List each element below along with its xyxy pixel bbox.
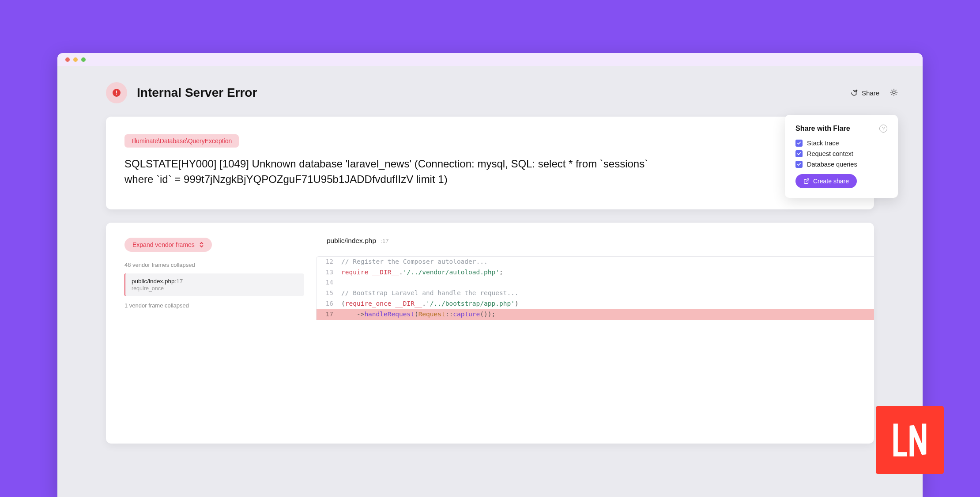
exception-class[interactable]: Illuminate\Database\QueryException bbox=[124, 134, 239, 148]
line-number: 15 bbox=[317, 288, 341, 299]
title-bar bbox=[57, 53, 923, 66]
theme-toggle-button[interactable] bbox=[888, 87, 900, 99]
page-title: Internal Server Error bbox=[137, 86, 257, 100]
window-close-button[interactable] bbox=[65, 57, 70, 62]
line-content bbox=[341, 277, 874, 288]
ln-logo-icon bbox=[890, 420, 930, 460]
svg-point-0 bbox=[893, 91, 895, 94]
line-number: 14 bbox=[317, 277, 341, 288]
line-content: (require_once __DIR__.'/../bootstrap/app… bbox=[341, 299, 874, 309]
code-file-label: public/index.php :17 bbox=[316, 237, 874, 245]
sun-icon bbox=[890, 88, 898, 96]
svg-line-9 bbox=[806, 178, 809, 181]
create-share-label: Create share bbox=[813, 178, 849, 185]
line-content: // Register the Composer autoloader... bbox=[341, 257, 874, 267]
line-content: ->handleRequest(Request::capture()); bbox=[341, 309, 874, 320]
window-maximize-button[interactable] bbox=[81, 57, 86, 62]
line-number: 16 bbox=[317, 299, 341, 309]
code-line: 13require __DIR__.'/../vendor/autoload.p… bbox=[317, 267, 874, 278]
external-link-icon bbox=[803, 178, 810, 184]
error-badge: ! bbox=[106, 82, 127, 103]
expand-vendor-frames-button[interactable]: Expand vendor frames bbox=[124, 238, 212, 252]
checkbox-checked-icon bbox=[795, 161, 803, 168]
stack-trace-card: Expand vendor frames 48 vendor frames co… bbox=[106, 223, 874, 444]
share-option-request-context[interactable]: Request context bbox=[795, 150, 887, 157]
code-line: 12// Register the Composer autoloader... bbox=[317, 257, 874, 267]
line-number: 17 bbox=[317, 309, 341, 320]
share-button[interactable]: Share bbox=[850, 89, 879, 97]
svg-line-8 bbox=[896, 90, 896, 90]
checkbox-checked-icon bbox=[795, 150, 803, 157]
line-content: // Bootstrap Laravel and handle the requ… bbox=[341, 288, 874, 299]
svg-line-4 bbox=[896, 94, 896, 95]
line-number: 13 bbox=[317, 267, 341, 278]
share-option-database-queries[interactable]: Database queries bbox=[795, 161, 887, 168]
page-header: ! Internal Server Error Share Share with… bbox=[57, 66, 923, 117]
share-icon bbox=[850, 89, 858, 97]
frames-panel: Expand vendor frames 48 vendor frames co… bbox=[106, 223, 316, 444]
share-label: Share bbox=[862, 89, 879, 97]
error-message: SQLSTATE[HY000] [1049] Unknown database … bbox=[124, 156, 654, 187]
share-option-label: Request context bbox=[807, 150, 853, 157]
share-option-stack-trace[interactable]: Stack trace bbox=[795, 140, 887, 147]
frames-collapsed-above: 48 vendor frames collapsed bbox=[124, 262, 304, 268]
line-number: 12 bbox=[317, 257, 341, 267]
brand-logo bbox=[876, 406, 944, 474]
code-line: 15// Bootstrap Laravel and handle the re… bbox=[317, 288, 874, 299]
code-line: 14 bbox=[317, 277, 874, 288]
share-popup-title: Share with Flare bbox=[795, 125, 850, 133]
expand-collapse-icon bbox=[199, 242, 204, 248]
code-block: 12// Register the Composer autoloader...… bbox=[316, 256, 874, 320]
help-icon[interactable]: ? bbox=[879, 125, 887, 133]
code-line-highlighted: 17 ->handleRequest(Request::capture()); bbox=[317, 309, 874, 320]
frame-function: require_once bbox=[132, 285, 298, 292]
frame-file: public/index.php:17 bbox=[132, 278, 298, 285]
share-option-label: Stack trace bbox=[807, 140, 839, 147]
create-share-button[interactable]: Create share bbox=[795, 174, 857, 188]
browser-window: ! Internal Server Error Share Share with… bbox=[57, 53, 923, 497]
code-line: 16(require_once __DIR__.'/../bootstrap/a… bbox=[317, 299, 874, 309]
share-option-label: Database queries bbox=[807, 161, 857, 168]
svg-line-3 bbox=[892, 90, 892, 90]
checkbox-checked-icon bbox=[795, 140, 803, 147]
traffic-lights bbox=[65, 57, 86, 62]
share-popup: Share with Flare ? Stack trace Request c… bbox=[785, 115, 898, 198]
svg-line-7 bbox=[892, 94, 892, 95]
window-minimize-button[interactable] bbox=[73, 57, 78, 62]
frames-collapsed-below: 1 vendor frame collapsed bbox=[124, 302, 304, 309]
alert-icon: ! bbox=[113, 89, 121, 97]
expand-label: Expand vendor frames bbox=[132, 241, 195, 248]
stack-frame-active[interactable]: public/index.php:17 require_once bbox=[124, 273, 304, 296]
line-content: require __DIR__.'/../vendor/autoload.php… bbox=[341, 267, 874, 278]
error-card: Illuminate\Database\QueryException SQLST… bbox=[106, 117, 874, 209]
page-content: ! Internal Server Error Share Share with… bbox=[57, 66, 923, 497]
code-panel: public/index.php :17 12// Register the C… bbox=[316, 223, 874, 444]
